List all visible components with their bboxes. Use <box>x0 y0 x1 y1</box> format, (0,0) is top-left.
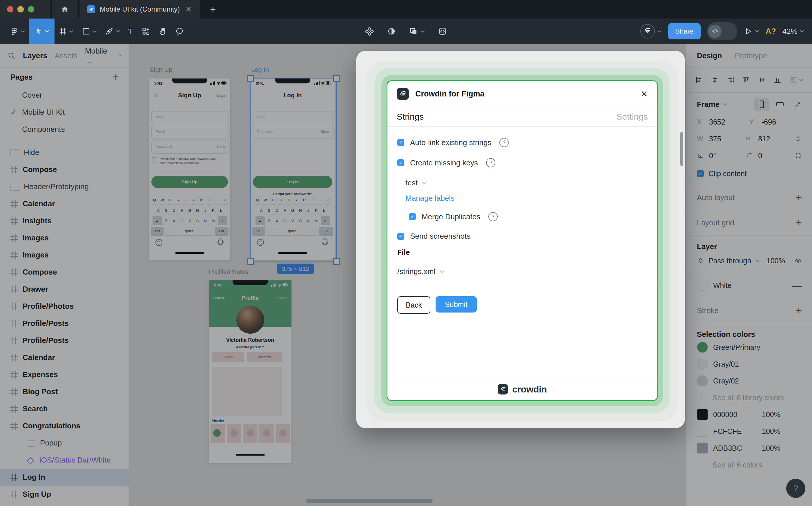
frame-icon <box>59 27 67 35</box>
submit-button[interactable]: Submit <box>435 296 477 313</box>
help-icon[interactable]: ? <box>499 138 509 147</box>
play-icon <box>744 27 752 35</box>
plugin-title: Crowdin for Figma <box>415 89 485 98</box>
crowdin-logo-icon <box>498 384 508 395</box>
pen-icon <box>105 27 114 35</box>
move-tool[interactable] <box>29 18 55 44</box>
label-select[interactable]: test <box>405 178 427 187</box>
create-keys-checkbox[interactable]: ✓ Create missing keys ? <box>397 158 495 167</box>
frame-tool[interactable] <box>55 18 78 44</box>
dev-resources-icon[interactable] <box>438 27 447 35</box>
merge-duplicates-checkbox[interactable]: ✓ Merge Duplicates ? <box>409 212 498 221</box>
figma-menu-button[interactable] <box>6 18 29 44</box>
help-icon[interactable]: ? <box>486 158 495 167</box>
crowdin-plugin-modal: Crowdin for Figma ✕ Strings Settings ✓ A… <box>387 80 658 401</box>
shape-tool[interactable] <box>78 18 101 44</box>
crowdin-wordmark: crowdin <box>512 384 547 395</box>
comment-icon <box>175 27 184 35</box>
dev-mode-toggle[interactable]: </> <box>707 22 737 40</box>
dev-mode-icon: </> <box>708 25 722 38</box>
home-button[interactable] <box>52 0 78 18</box>
resources-icon <box>141 27 150 35</box>
checkbox-checked-icon: ✓ <box>397 233 404 240</box>
present-button[interactable] <box>744 27 759 35</box>
hand-tool[interactable] <box>154 18 171 44</box>
chevron-down-icon <box>92 30 97 33</box>
rectangle-icon <box>82 27 90 35</box>
font-warning-badge[interactable]: A? <box>765 27 776 36</box>
widgets-icon[interactable] <box>365 27 374 35</box>
main-toolbar: T Share </> <box>0 18 812 44</box>
cursor-icon <box>34 27 43 35</box>
send-screenshots-checkbox[interactable]: ✓ Send screenshots <box>397 232 470 241</box>
chevron-down-icon <box>800 30 804 33</box>
new-tab-button[interactable]: + <box>210 0 216 18</box>
current-user-menu[interactable] <box>640 24 662 38</box>
mask-icon[interactable] <box>387 27 396 35</box>
crowdin-app-icon <box>397 88 409 100</box>
hand-icon <box>158 27 167 35</box>
close-window-icon[interactable] <box>7 6 13 12</box>
file-select[interactable]: /strings.xml <box>397 267 445 276</box>
divider <box>388 287 657 288</box>
share-button[interactable]: Share <box>668 23 701 39</box>
resources-tool[interactable] <box>137 18 154 44</box>
chevron-down-icon <box>69 30 74 33</box>
chevron-down-icon <box>420 30 425 33</box>
text-tool-icon: T <box>128 26 133 36</box>
avatar <box>640 24 655 38</box>
checkbox-checked-icon: ✓ <box>409 213 416 220</box>
back-button[interactable]: Back <box>397 296 430 314</box>
chevron-down-icon <box>20 30 25 33</box>
close-icon[interactable]: ✕ <box>640 89 648 99</box>
plugin-window: Crowdin for Figma ✕ Strings Settings ✓ A… <box>356 51 685 428</box>
plugin-scrollbar[interactable] <box>680 132 683 166</box>
close-tab-icon[interactable]: ✕ <box>185 5 193 13</box>
traffic-lights[interactable] <box>0 0 51 18</box>
help-icon[interactable]: ? <box>488 212 498 221</box>
chevron-down-icon <box>116 30 120 33</box>
chevron-down-icon <box>755 30 759 33</box>
chevron-down-icon <box>657 30 662 33</box>
home-icon <box>61 5 69 14</box>
tab-settings[interactable]: Settings <box>617 112 648 122</box>
text-tool[interactable]: T <box>124 18 137 44</box>
boolean-ops-icon <box>409 27 418 35</box>
chevron-down-icon <box>45 30 49 33</box>
maximize-window-icon[interactable] <box>28 6 34 12</box>
file-label: File <box>397 248 410 257</box>
manage-labels-link[interactable]: Manage labels <box>405 194 455 203</box>
figma-menu-icon <box>10 27 18 35</box>
checkbox-checked-icon: ✓ <box>397 139 404 146</box>
checkbox-checked-icon: ✓ <box>397 159 404 166</box>
chevron-down-icon <box>439 270 445 273</box>
tab-strings[interactable]: Strings <box>397 112 424 122</box>
file-tab-icon <box>87 5 95 13</box>
minimize-window-icon[interactable] <box>17 6 24 12</box>
pen-tool[interactable] <box>101 18 124 44</box>
zoom-menu[interactable]: 42% <box>783 27 804 36</box>
auto-link-checkbox[interactable]: ✓ Auto-link existing strings ? <box>397 138 509 147</box>
comment-tool[interactable] <box>171 18 188 44</box>
boolean-ops-button[interactable] <box>409 27 425 35</box>
file-tab-title: Mobile UI kit (Community) <box>100 5 180 13</box>
window-titlebar: Mobile UI kit (Community) ✕ + <box>0 0 812 18</box>
zoom-level: 42% <box>783 27 798 36</box>
chevron-down-icon <box>422 181 427 184</box>
file-tab[interactable]: Mobile UI kit (Community) ✕ <box>79 0 200 18</box>
